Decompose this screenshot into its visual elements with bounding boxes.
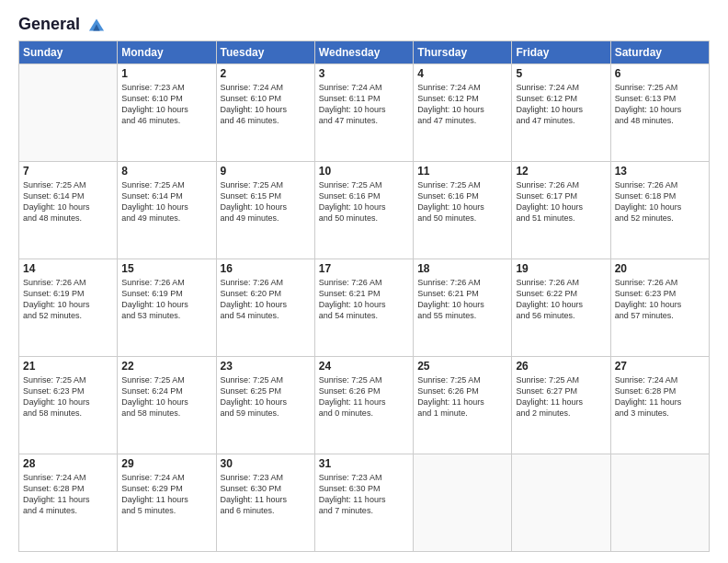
calendar-cell: 15Sunrise: 7:26 AM Sunset: 6:19 PM Dayli…: [118, 259, 216, 357]
calendar-table: SundayMondayTuesdayWednesdayThursdayFrid…: [18, 40, 710, 552]
calendar-header-row: SundayMondayTuesdayWednesdayThursdayFrid…: [19, 41, 710, 64]
calendar-header-wednesday: Wednesday: [314, 41, 413, 64]
day-number: 19: [516, 262, 606, 275]
day-info: Sunrise: 7:25 AM Sunset: 6:14 PM Dayligh…: [23, 179, 113, 224]
day-number: 2: [221, 67, 311, 80]
day-info: Sunrise: 7:25 AM Sunset: 6:15 PM Dayligh…: [221, 179, 311, 224]
day-number: 24: [319, 360, 409, 373]
calendar-cell: 3Sunrise: 7:24 AM Sunset: 6:11 PM Daylig…: [314, 64, 413, 162]
day-number: 29: [121, 457, 211, 470]
calendar-cell: 23Sunrise: 7:25 AM Sunset: 6:25 PM Dayli…: [216, 357, 314, 454]
day-info: Sunrise: 7:26 AM Sunset: 6:19 PM Dayligh…: [121, 277, 211, 322]
day-number: 30: [221, 457, 311, 470]
day-info: Sunrise: 7:24 AM Sunset: 6:12 PM Dayligh…: [516, 82, 606, 127]
calendar-week-2: 7Sunrise: 7:25 AM Sunset: 6:14 PM Daylig…: [19, 162, 710, 259]
day-info: Sunrise: 7:26 AM Sunset: 6:21 PM Dayligh…: [417, 277, 507, 322]
day-info: Sunrise: 7:26 AM Sunset: 6:18 PM Dayligh…: [615, 179, 705, 224]
day-number: 13: [615, 165, 705, 178]
day-info: Sunrise: 7:25 AM Sunset: 6:16 PM Dayligh…: [417, 179, 507, 224]
day-number: 11: [417, 165, 507, 178]
calendar-cell: 14Sunrise: 7:26 AM Sunset: 6:19 PM Dayli…: [19, 259, 118, 357]
day-number: 31: [319, 457, 409, 470]
calendar-week-1: 1Sunrise: 7:23 AM Sunset: 6:10 PM Daylig…: [19, 64, 710, 162]
calendar-cell: 21Sunrise: 7:25 AM Sunset: 6:23 PM Dayli…: [19, 357, 118, 454]
calendar-cell: 1Sunrise: 7:23 AM Sunset: 6:10 PM Daylig…: [118, 64, 216, 162]
calendar-cell: 6Sunrise: 7:25 AM Sunset: 6:13 PM Daylig…: [610, 64, 709, 162]
day-number: 5: [516, 67, 606, 80]
day-info: Sunrise: 7:25 AM Sunset: 6:24 PM Dayligh…: [121, 374, 211, 419]
day-info: Sunrise: 7:26 AM Sunset: 6:23 PM Dayligh…: [615, 277, 705, 322]
calendar-week-4: 21Sunrise: 7:25 AM Sunset: 6:23 PM Dayli…: [19, 357, 710, 454]
day-number: 20: [615, 262, 705, 275]
calendar-cell: 11Sunrise: 7:25 AM Sunset: 6:16 PM Dayli…: [414, 162, 512, 259]
day-number: 26: [516, 360, 606, 373]
calendar-cell: [512, 454, 610, 552]
calendar-cell: 19Sunrise: 7:26 AM Sunset: 6:22 PM Dayli…: [512, 259, 610, 357]
calendar-cell: 30Sunrise: 7:23 AM Sunset: 6:30 PM Dayli…: [216, 454, 314, 552]
day-info: Sunrise: 7:25 AM Sunset: 6:13 PM Dayligh…: [615, 82, 705, 127]
calendar-cell: 2Sunrise: 7:24 AM Sunset: 6:10 PM Daylig…: [216, 64, 314, 162]
calendar-cell: 17Sunrise: 7:26 AM Sunset: 6:21 PM Dayli…: [314, 259, 413, 357]
calendar-cell: 10Sunrise: 7:25 AM Sunset: 6:16 PM Dayli…: [314, 162, 413, 259]
header: General: [18, 15, 710, 33]
day-number: 18: [417, 262, 507, 275]
day-info: Sunrise: 7:24 AM Sunset: 6:12 PM Dayligh…: [417, 82, 507, 127]
calendar-cell: 18Sunrise: 7:26 AM Sunset: 6:21 PM Dayli…: [414, 259, 512, 357]
calendar-header-monday: Monday: [118, 41, 216, 64]
logo-text: General: [18, 15, 107, 35]
day-number: 1: [121, 67, 211, 80]
day-number: 17: [319, 262, 409, 275]
day-info: Sunrise: 7:25 AM Sunset: 6:27 PM Dayligh…: [516, 374, 606, 419]
day-number: 21: [23, 360, 113, 373]
day-info: Sunrise: 7:24 AM Sunset: 6:29 PM Dayligh…: [121, 472, 211, 517]
calendar-week-5: 28Sunrise: 7:24 AM Sunset: 6:28 PM Dayli…: [19, 454, 710, 552]
day-info: Sunrise: 7:26 AM Sunset: 6:19 PM Dayligh…: [23, 277, 113, 322]
calendar-cell: [19, 64, 118, 162]
day-number: 6: [615, 67, 705, 80]
day-info: Sunrise: 7:25 AM Sunset: 6:25 PM Dayligh…: [221, 374, 311, 419]
day-info: Sunrise: 7:24 AM Sunset: 6:10 PM Dayligh…: [221, 82, 311, 127]
calendar-week-3: 14Sunrise: 7:26 AM Sunset: 6:19 PM Dayli…: [19, 259, 710, 357]
calendar-header-sunday: Sunday: [19, 41, 118, 64]
calendar-cell: 12Sunrise: 7:26 AM Sunset: 6:17 PM Dayli…: [512, 162, 610, 259]
calendar-cell: 26Sunrise: 7:25 AM Sunset: 6:27 PM Dayli…: [512, 357, 610, 454]
calendar-cell: 5Sunrise: 7:24 AM Sunset: 6:12 PM Daylig…: [512, 64, 610, 162]
day-number: 10: [319, 165, 409, 178]
day-info: Sunrise: 7:23 AM Sunset: 6:30 PM Dayligh…: [221, 472, 311, 517]
calendar-header-saturday: Saturday: [610, 41, 709, 64]
day-info: Sunrise: 7:26 AM Sunset: 6:20 PM Dayligh…: [221, 277, 311, 322]
calendar-cell: 31Sunrise: 7:23 AM Sunset: 6:30 PM Dayli…: [314, 454, 413, 552]
day-number: 23: [221, 360, 311, 373]
calendar-cell: [414, 454, 512, 552]
calendar-cell: 25Sunrise: 7:25 AM Sunset: 6:26 PM Dayli…: [414, 357, 512, 454]
day-number: 27: [615, 360, 705, 373]
day-info: Sunrise: 7:24 AM Sunset: 6:28 PM Dayligh…: [615, 374, 705, 419]
day-number: 14: [23, 262, 113, 275]
day-info: Sunrise: 7:24 AM Sunset: 6:28 PM Dayligh…: [23, 472, 113, 517]
day-number: 28: [23, 457, 113, 470]
day-info: Sunrise: 7:25 AM Sunset: 6:14 PM Dayligh…: [121, 179, 211, 224]
day-info: Sunrise: 7:24 AM Sunset: 6:11 PM Dayligh…: [319, 82, 409, 127]
day-info: Sunrise: 7:25 AM Sunset: 6:23 PM Dayligh…: [23, 374, 113, 419]
calendar-cell: 24Sunrise: 7:25 AM Sunset: 6:26 PM Dayli…: [314, 357, 413, 454]
logo: General: [18, 15, 107, 33]
calendar-cell: 27Sunrise: 7:24 AM Sunset: 6:28 PM Dayli…: [610, 357, 709, 454]
day-number: 9: [221, 165, 311, 178]
calendar-cell: 8Sunrise: 7:25 AM Sunset: 6:14 PM Daylig…: [118, 162, 216, 259]
day-number: 25: [417, 360, 507, 373]
day-number: 15: [121, 262, 211, 275]
calendar-cell: 7Sunrise: 7:25 AM Sunset: 6:14 PM Daylig…: [19, 162, 118, 259]
day-info: Sunrise: 7:26 AM Sunset: 6:21 PM Dayligh…: [319, 277, 409, 322]
calendar-cell: 29Sunrise: 7:24 AM Sunset: 6:29 PM Dayli…: [118, 454, 216, 552]
day-info: Sunrise: 7:23 AM Sunset: 6:10 PM Dayligh…: [121, 82, 211, 127]
day-info: Sunrise: 7:25 AM Sunset: 6:26 PM Dayligh…: [319, 374, 409, 419]
day-info: Sunrise: 7:26 AM Sunset: 6:17 PM Dayligh…: [516, 179, 606, 224]
calendar-cell: 28Sunrise: 7:24 AM Sunset: 6:28 PM Dayli…: [19, 454, 118, 552]
day-info: Sunrise: 7:25 AM Sunset: 6:16 PM Dayligh…: [319, 179, 409, 224]
day-number: 4: [417, 67, 507, 80]
day-info: Sunrise: 7:23 AM Sunset: 6:30 PM Dayligh…: [319, 472, 409, 517]
calendar-header-tuesday: Tuesday: [216, 41, 314, 64]
day-number: 7: [23, 165, 113, 178]
calendar-cell: 13Sunrise: 7:26 AM Sunset: 6:18 PM Dayli…: [610, 162, 709, 259]
page: General SundayMondayTuesdayWednesdayThur…: [0, 0, 728, 563]
